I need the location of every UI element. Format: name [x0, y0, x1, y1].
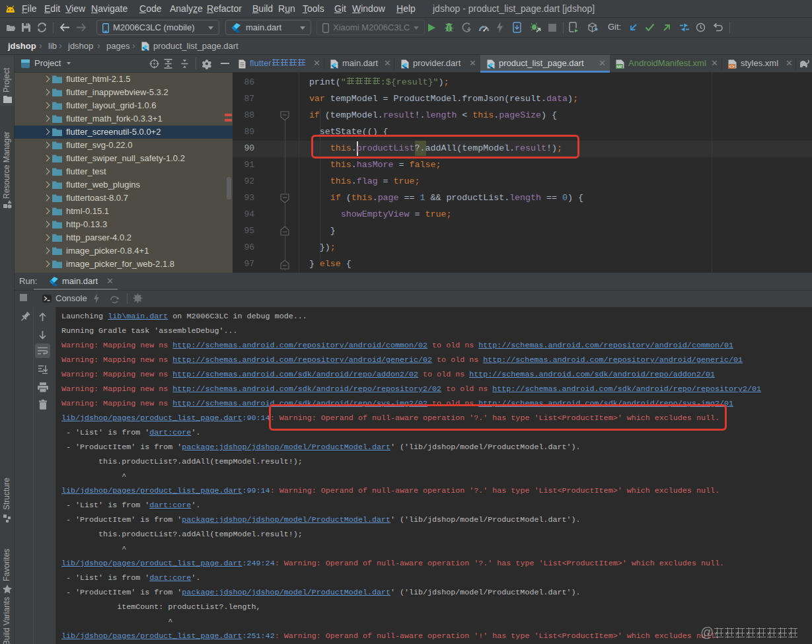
svg-text:<>: <> — [729, 64, 734, 69]
svg-text:MF: MF — [616, 65, 622, 69]
